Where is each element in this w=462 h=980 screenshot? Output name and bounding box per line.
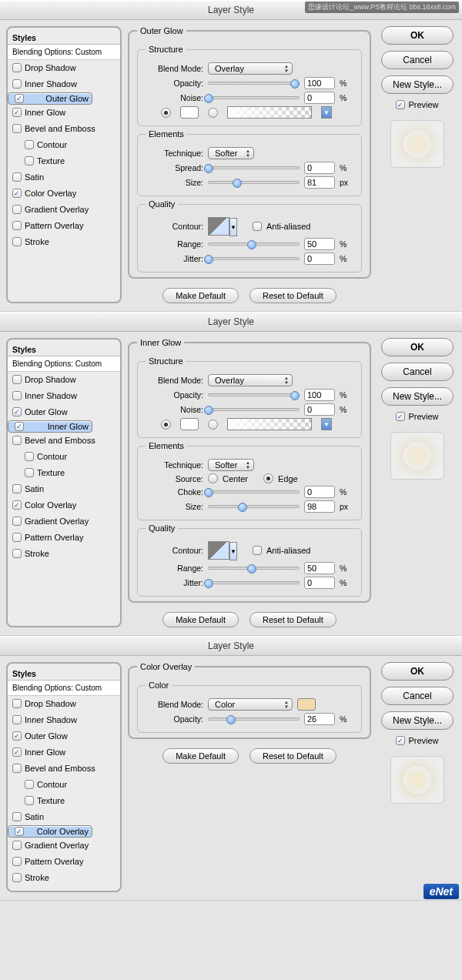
ok-button[interactable]: OK bbox=[381, 26, 454, 45]
style-item-color-overlay[interactable]: ✓Color Overlay bbox=[8, 497, 120, 513]
noise-input[interactable] bbox=[304, 403, 335, 416]
range-input[interactable] bbox=[304, 238, 335, 250]
style-item-drop-shadow[interactable]: Drop Shadow bbox=[8, 60, 120, 76]
anti-aliased-checkbox[interactable] bbox=[253, 222, 262, 231]
style-item-texture[interactable]: Texture bbox=[8, 465, 120, 481]
style-item-satin[interactable]: Satin bbox=[8, 481, 120, 497]
style-item-pattern-overlay[interactable]: Pattern Overlay bbox=[8, 530, 120, 546]
reset-default-button[interactable]: Reset to Default bbox=[249, 288, 336, 303]
cancel-button[interactable]: Cancel bbox=[381, 687, 454, 705]
opacity-input[interactable] bbox=[304, 389, 335, 401]
style-item-color-overlay[interactable]: ✓Color Overlay bbox=[8, 186, 120, 202]
new-style-button[interactable]: New Style... bbox=[381, 75, 454, 94]
glow-color-well[interactable] bbox=[180, 106, 199, 119]
style-item-contour[interactable]: Contour bbox=[8, 777, 120, 793]
opacity-input[interactable] bbox=[304, 77, 335, 89]
jitter-slider[interactable] bbox=[208, 578, 300, 587]
style-item-bevel-and-emboss[interactable]: Bevel and Emboss bbox=[8, 761, 120, 777]
gradient-well[interactable] bbox=[227, 106, 312, 119]
style-checkbox[interactable] bbox=[12, 517, 22, 526]
style-checkbox[interactable] bbox=[12, 841, 22, 850]
overlay-color-well[interactable] bbox=[297, 698, 316, 711]
style-item-texture[interactable]: Texture bbox=[8, 153, 120, 169]
make-default-button[interactable]: Make Default bbox=[162, 288, 239, 303]
style-checkbox[interactable] bbox=[12, 764, 22, 773]
range-input[interactable] bbox=[304, 562, 335, 574]
gradient-well[interactable] bbox=[227, 418, 312, 430]
style-checkbox[interactable] bbox=[12, 79, 22, 89]
style-checkbox[interactable] bbox=[25, 468, 34, 477]
make-default-button[interactable]: Make Default bbox=[162, 612, 239, 627]
noise-slider[interactable] bbox=[208, 93, 300, 102]
gradient-dropdown-icon[interactable]: ▼ bbox=[321, 106, 332, 119]
style-item-inner-shadow[interactable]: Inner Shadow bbox=[8, 712, 120, 728]
preview-checkbox[interactable]: ✓ bbox=[396, 736, 405, 745]
style-item-inner-shadow[interactable]: Inner Shadow bbox=[8, 76, 120, 92]
style-item-bevel-and-emboss[interactable]: Bevel and Emboss bbox=[8, 121, 120, 137]
new-style-button[interactable]: New Style... bbox=[381, 711, 454, 730]
style-item-drop-shadow[interactable]: Drop Shadow bbox=[8, 372, 120, 388]
spread-input[interactable] bbox=[304, 162, 335, 174]
style-item-texture[interactable]: Texture bbox=[8, 793, 120, 809]
style-checkbox[interactable] bbox=[12, 549, 22, 558]
style-checkbox[interactable] bbox=[25, 452, 34, 461]
contour-picker[interactable]: ▼ bbox=[208, 217, 229, 236]
style-item-gradient-overlay[interactable]: Gradient Overlay bbox=[8, 513, 120, 530]
style-checkbox[interactable] bbox=[25, 780, 34, 789]
style-checkbox[interactable] bbox=[12, 699, 22, 708]
style-item-color-overlay[interactable]: ✓Color Overlay bbox=[8, 825, 92, 838]
technique-select[interactable]: Softer▲▼ bbox=[208, 147, 254, 159]
source-center-radio[interactable] bbox=[208, 473, 218, 483]
blending-options[interactable]: Blending Options: Custom bbox=[8, 356, 120, 372]
jitter-input[interactable] bbox=[304, 577, 335, 589]
color-radio[interactable] bbox=[161, 108, 171, 118]
style-item-gradient-overlay[interactable]: Gradient Overlay bbox=[8, 202, 120, 218]
preview-checkbox[interactable]: ✓ bbox=[396, 412, 405, 421]
noise-input[interactable] bbox=[304, 92, 335, 104]
style-checkbox[interactable]: ✓ bbox=[12, 189, 22, 198]
style-checkbox[interactable] bbox=[12, 124, 22, 133]
style-item-bevel-and-emboss[interactable]: Bevel and Emboss bbox=[8, 433, 120, 449]
style-item-pattern-overlay[interactable]: Pattern Overlay bbox=[8, 218, 120, 234]
style-checkbox[interactable] bbox=[12, 715, 22, 724]
style-checkbox[interactable] bbox=[25, 156, 34, 166]
make-default-button[interactable]: Make Default bbox=[162, 748, 239, 764]
range-slider[interactable] bbox=[208, 239, 300, 249]
glow-color-well[interactable] bbox=[180, 418, 199, 430]
size-input[interactable] bbox=[304, 500, 335, 513]
size-input[interactable] bbox=[304, 176, 335, 189]
style-checkbox[interactable] bbox=[12, 205, 22, 214]
reset-default-button[interactable]: Reset to Default bbox=[249, 612, 336, 627]
style-item-outer-glow[interactable]: ✓Outer Glow bbox=[8, 728, 120, 744]
style-checkbox[interactable]: ✓ bbox=[12, 407, 22, 416]
gradient-radio[interactable] bbox=[208, 420, 218, 430]
style-item-gradient-overlay[interactable]: Gradient Overlay bbox=[8, 838, 120, 854]
blend-mode-select[interactable]: Color▲▼ bbox=[208, 698, 293, 711]
style-checkbox[interactable] bbox=[12, 436, 22, 445]
style-checkbox[interactable]: ✓ bbox=[15, 422, 24, 431]
style-item-inner-glow[interactable]: ✓Inner Glow bbox=[8, 105, 120, 121]
gradient-dropdown-icon[interactable]: ▼ bbox=[321, 418, 332, 430]
choke-input[interactable] bbox=[304, 486, 335, 498]
jitter-slider[interactable] bbox=[208, 254, 300, 263]
gradient-radio[interactable] bbox=[208, 108, 218, 118]
size-slider[interactable] bbox=[208, 178, 300, 187]
spread-slider[interactable] bbox=[208, 163, 300, 172]
choke-slider[interactable] bbox=[208, 487, 300, 497]
style-item-contour[interactable]: Contour bbox=[8, 137, 120, 153]
cancel-button[interactable]: Cancel bbox=[381, 51, 454, 69]
style-checkbox[interactable] bbox=[12, 237, 22, 246]
ok-button[interactable]: OK bbox=[381, 662, 454, 681]
style-item-satin[interactable]: Satin bbox=[8, 169, 120, 186]
blend-mode-select[interactable]: Overlay▲▼ bbox=[208, 62, 293, 75]
ok-button[interactable]: OK bbox=[381, 338, 454, 356]
style-item-inner-shadow[interactable]: Inner Shadow bbox=[8, 388, 120, 404]
style-checkbox[interactable] bbox=[25, 140, 34, 149]
cancel-button[interactable]: Cancel bbox=[381, 363, 454, 381]
range-slider[interactable] bbox=[208, 564, 300, 573]
style-checkbox[interactable]: ✓ bbox=[15, 827, 24, 836]
style-checkbox[interactable] bbox=[12, 857, 22, 866]
style-item-satin[interactable]: Satin bbox=[8, 809, 120, 825]
style-checkbox[interactable]: ✓ bbox=[15, 94, 24, 103]
jitter-input[interactable] bbox=[304, 253, 335, 265]
